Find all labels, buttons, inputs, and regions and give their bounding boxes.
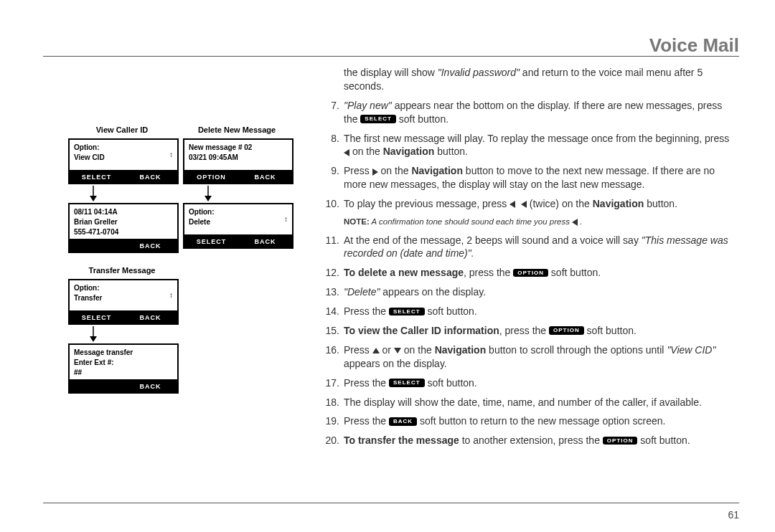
lcd-line: Option:	[74, 283, 173, 293]
lcd-line: New message # 02	[189, 143, 288, 153]
svg-marker-1	[90, 196, 97, 201]
flow-arrow-icon	[88, 186, 103, 201]
step-9: 9.Press on the Navigation button to move…	[319, 164, 736, 191]
footer-rule	[43, 503, 739, 503]
lcd-title-delete-new: Delete New Message	[183, 125, 291, 134]
text: Press	[344, 165, 372, 176]
text: At the end of the message, 2 beeps will …	[344, 234, 642, 246]
nav-down-icon	[394, 348, 401, 353]
softkey-back: BACK	[123, 381, 177, 392]
option-pill: OPTION	[603, 437, 638, 445]
text-italic: "Delete"	[344, 286, 380, 298]
lcd-line: 555-471-0704	[74, 227, 173, 237]
lcd-line: Enter Ext #:	[74, 358, 173, 368]
text: Press the	[344, 415, 389, 427]
note-label: NOTE:	[344, 217, 370, 226]
header-rule	[43, 56, 739, 57]
text: or	[380, 344, 394, 356]
step-19: 19.Press the BACK soft button to return …	[319, 414, 736, 428]
nav-left-icon	[509, 201, 515, 208]
text-bold: Navigation	[435, 344, 487, 356]
step-8: 8.The first new message will play. To re…	[319, 132, 736, 159]
lcd-screen: 08/11 04:14A Brian Greller 555-471-0704 …	[68, 203, 179, 253]
step-13: 13."Delete" appears on the display.	[319, 285, 736, 299]
lcd-diagrams: View Caller ID Option: View CID ↕ SELECT…	[68, 125, 298, 394]
lcd-title-view-cid: View Caller ID	[68, 125, 176, 134]
text-italic: "Invalid password"	[438, 67, 520, 78]
softkey-back: BACK	[123, 240, 177, 252]
step-14: 14.Press the SELECT soft button.	[319, 305, 736, 318]
softkey-back: BACK	[238, 171, 292, 183]
text-italic: "Play new"	[344, 100, 392, 111]
text: soft button.	[584, 325, 637, 336]
softkey-blank	[70, 240, 123, 252]
text: soft button.	[637, 434, 690, 446]
option-pill: OPTION	[513, 269, 548, 277]
lcd-line: ##	[74, 368, 173, 378]
step-7: 7."Play new" appears near the bottom on …	[319, 99, 736, 126]
lcd-title-transfer: Transfer Message	[68, 266, 176, 275]
text: soft button.	[396, 113, 448, 125]
text-italic: "View CID"	[667, 344, 715, 356]
lcd-line: View CID	[74, 153, 173, 163]
text-bold: To view the Caller ID information	[344, 325, 499, 336]
softkey-select: SELECT	[184, 236, 238, 247]
text: on the	[349, 146, 383, 157]
softkey-blank	[70, 381, 123, 392]
select-pill: SELECT	[389, 308, 425, 316]
instruction-list: the display will show "Invalid password"…	[319, 66, 736, 453]
text: appears on the display.	[380, 286, 486, 298]
lcd-line: Transfer	[74, 293, 173, 303]
lcd-line: 08/11 04:14A	[74, 207, 173, 217]
page-title: Voice Mail	[649, 34, 739, 57]
note-body: A confirmation tone should sound each ti…	[370, 217, 572, 226]
text: appears on the display.	[344, 358, 447, 369]
nav-up-icon	[372, 348, 380, 353]
text: soft button.	[425, 305, 477, 317]
text: soft button to return to the new message…	[417, 415, 665, 427]
manual-page: Voice Mail 61 View Caller ID Option: Vie…	[0, 0, 775, 532]
text: soft button.	[425, 377, 477, 389]
nav-left-icon	[572, 219, 578, 226]
lcd-line: Brian Greller	[74, 217, 173, 227]
text: (twice) on the	[527, 198, 593, 209]
text: To play the previous message, press	[344, 198, 509, 209]
text-bold: Navigation	[593, 198, 644, 209]
step-18: 18.The display will show the date, time,…	[319, 396, 736, 409]
nav-left-icon	[344, 149, 349, 156]
text-bold: Navigation	[411, 165, 463, 176]
text: The first new message will play. To repl…	[344, 133, 729, 144]
select-pill: SELECT	[389, 379, 425, 387]
back-pill: BACK	[389, 417, 417, 426]
text: , press the	[499, 325, 549, 336]
lcd-line: Option:	[74, 143, 173, 153]
text: The display will show the date, time, na…	[344, 396, 702, 408]
step-20: 20.To transfer the message to another ex…	[319, 434, 736, 447]
softkey-select: SELECT	[70, 171, 123, 183]
softkey-back: BACK	[238, 236, 292, 247]
note-period: .	[578, 217, 582, 226]
lcd-screen: Option: View CID ↕ SELECT BACK	[68, 138, 179, 184]
page-number: 61	[728, 509, 739, 521]
updown-icon: ↕	[169, 150, 173, 160]
lcd-screen: Option: Transfer ↕ SELECT BACK	[68, 279, 179, 325]
note: NOTE: A confirmation tone should sound e…	[344, 217, 736, 228]
nav-right-icon	[372, 168, 378, 176]
updown-icon: ↕	[169, 290, 173, 300]
updown-icon: ↕	[284, 214, 288, 224]
text: on the	[401, 344, 435, 356]
text: the display will show	[344, 67, 438, 78]
text: button to scroll through the options unt…	[486, 344, 667, 356]
text-bold: Navigation	[383, 146, 435, 157]
flow-arrow-icon	[203, 186, 217, 201]
lcd-line: Delete	[189, 217, 288, 227]
select-pill: SELECT	[360, 115, 396, 123]
lcd-group-view-cid: View Caller ID Option: View CID ↕ SELECT…	[68, 125, 176, 253]
text: Press the	[344, 305, 389, 317]
lcd-line: Message transfer	[74, 348, 173, 358]
text: Press	[344, 344, 372, 356]
text: button.	[644, 198, 677, 209]
text: on the	[378, 165, 412, 176]
text-bold: To delete a new message	[344, 267, 464, 278]
text-bold: To transfer the message	[344, 434, 459, 446]
